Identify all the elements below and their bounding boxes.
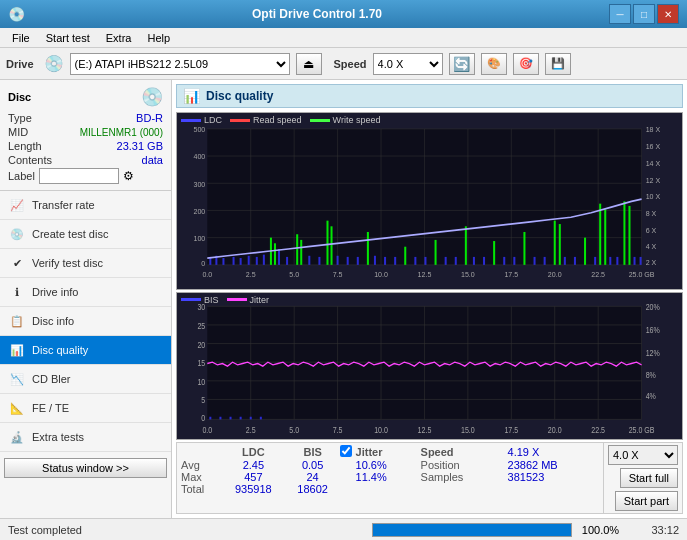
stats-table: LDC BIS Jitter Speed 4.19 X Avg	[177, 443, 603, 513]
progress-bar	[373, 524, 571, 536]
row-avg-ldc: 2.45	[221, 459, 286, 471]
row-max-label: Max	[181, 471, 221, 483]
speed-select[interactable]: 4.0 X 1.0 X 2.0 X 8.0 X Max	[373, 53, 443, 75]
svg-rect-90	[599, 204, 601, 265]
row-total-ldc: 935918	[221, 483, 286, 495]
label-input[interactable]	[39, 168, 119, 184]
time-display: 33:12	[629, 524, 679, 536]
svg-rect-68	[394, 257, 396, 265]
window-title: Opti Drive Control 1.70	[25, 7, 609, 21]
app-icon: 💿	[8, 6, 25, 22]
svg-rect-96	[634, 257, 636, 265]
svg-text:200: 200	[194, 206, 206, 216]
row-max-ldc: 457	[221, 471, 286, 483]
menu-file[interactable]: File	[4, 30, 38, 46]
jitter-checkbox[interactable]	[340, 445, 352, 457]
sidebar-item-transfer-rate[interactable]: 📈 Transfer rate	[0, 191, 171, 220]
close-button[interactable]: ✕	[657, 4, 679, 24]
nav-label-create-test: Create test disc	[32, 228, 108, 240]
content-area: 📊 Disc quality LDC Read speed Write spee…	[172, 80, 687, 518]
start-full-button[interactable]: Start full	[620, 468, 678, 488]
title-bar: 💿 Opti Drive Control 1.70 ─ □ ✕	[0, 0, 687, 28]
svg-text:25: 25	[197, 321, 205, 331]
sidebar-item-fe-te[interactable]: 📐 FE / TE	[0, 394, 171, 423]
svg-text:4%: 4%	[646, 391, 657, 401]
drive-select[interactable]: (E:) ATAPI iHBS212 2.5L09	[70, 53, 290, 75]
eject-button[interactable]: ⏏	[296, 53, 322, 75]
save-button[interactable]: 💾	[545, 53, 571, 75]
svg-text:0.0: 0.0	[202, 424, 212, 434]
start-part-button[interactable]: Start part	[615, 491, 678, 511]
color-button1[interactable]: 🎨	[481, 53, 507, 75]
minimize-button[interactable]: ─	[609, 4, 631, 24]
sidebar-item-drive-info[interactable]: ℹ Drive info	[0, 278, 171, 307]
legend-read-speed-label: Read speed	[253, 115, 302, 125]
status-bar: Test completed 100.0% 33:12	[0, 518, 687, 540]
svg-text:2.5: 2.5	[246, 270, 256, 280]
svg-rect-142	[230, 416, 232, 419]
svg-text:16%: 16%	[646, 325, 661, 335]
svg-text:10 X: 10 X	[646, 192, 661, 202]
disc-info-section: Disc 💿 Type BD-R MID MILLENMR1 (000) Len…	[0, 80, 171, 191]
svg-text:16 X: 16 X	[646, 142, 661, 152]
sidebar-item-disc-info[interactable]: 📋 Disc info	[0, 307, 171, 336]
svg-text:20.0: 20.0	[548, 424, 562, 434]
sidebar-item-extra-tests[interactable]: 🔬 Extra tests	[0, 423, 171, 452]
status-window-button[interactable]: Status window >>	[4, 458, 167, 478]
svg-rect-82	[534, 257, 536, 265]
menu-start-test[interactable]: Start test	[38, 30, 98, 46]
svg-rect-85	[559, 224, 561, 265]
maximize-button[interactable]: □	[633, 4, 655, 24]
speed-selector[interactable]: 4.0 X	[608, 445, 678, 465]
samples-value: 381523	[504, 471, 599, 483]
svg-text:5: 5	[201, 395, 205, 405]
svg-text:2.5: 2.5	[246, 424, 256, 434]
menu-extra[interactable]: Extra	[98, 30, 140, 46]
chart1-legend: LDC Read speed Write speed	[181, 115, 380, 125]
legend-write-speed: Write speed	[310, 115, 381, 125]
sidebar: Disc 💿 Type BD-R MID MILLENMR1 (000) Len…	[0, 80, 172, 518]
verify-test-icon: ✔	[8, 254, 26, 272]
svg-text:6 X: 6 X	[646, 226, 657, 236]
sidebar-item-verify-test[interactable]: ✔ Verify test disc	[0, 249, 171, 278]
svg-text:20: 20	[197, 339, 205, 349]
col-header-jitter: Jitter	[356, 445, 411, 459]
speed-current-value: 4.19 X	[504, 445, 599, 459]
svg-rect-71	[424, 257, 426, 265]
svg-rect-46	[222, 258, 224, 265]
svg-text:15.0: 15.0	[461, 424, 475, 434]
svg-rect-94	[623, 201, 625, 264]
position-label: Position	[411, 459, 504, 471]
svg-rect-95	[628, 206, 630, 265]
content-header: 📊 Disc quality	[176, 84, 683, 108]
svg-text:15: 15	[197, 358, 205, 368]
type-label: Type	[8, 112, 32, 124]
refresh-button[interactable]: 🔄	[449, 53, 475, 75]
svg-text:0: 0	[201, 259, 205, 269]
svg-rect-58	[308, 256, 310, 265]
sidebar-item-create-test[interactable]: 💿 Create test disc	[0, 220, 171, 249]
chart2-legend: BIS Jitter	[181, 295, 269, 305]
svg-text:4 X: 4 X	[646, 242, 657, 252]
sidebar-item-cd-bler[interactable]: 📉 CD Bler	[0, 365, 171, 394]
chart1-svg: 500 400 300 200 100 0 18 X 16 X 14 X 12 …	[177, 113, 682, 289]
menu-help[interactable]: Help	[139, 30, 178, 46]
svg-rect-53	[274, 243, 276, 265]
svg-rect-56	[296, 234, 298, 265]
nav-label-drive-info: Drive info	[32, 286, 78, 298]
svg-rect-59	[318, 257, 320, 265]
disc-quality-icon: 📊	[8, 341, 26, 359]
contents-label: Contents	[8, 154, 52, 166]
svg-rect-81	[523, 232, 525, 265]
sidebar-item-disc-quality[interactable]: 📊 Disc quality	[0, 336, 171, 365]
legend-bis-label: BIS	[204, 295, 219, 305]
svg-rect-78	[493, 241, 495, 265]
svg-text:18 X: 18 X	[646, 125, 661, 135]
window-controls: ─ □ ✕	[609, 4, 679, 24]
svg-rect-88	[584, 238, 586, 265]
nav-label-verify-test: Verify test disc	[32, 257, 103, 269]
label-edit-icon[interactable]: ⚙	[123, 169, 134, 183]
color-button2[interactable]: 🎯	[513, 53, 539, 75]
legend-jitter-color	[227, 298, 247, 301]
svg-rect-145	[260, 416, 262, 419]
